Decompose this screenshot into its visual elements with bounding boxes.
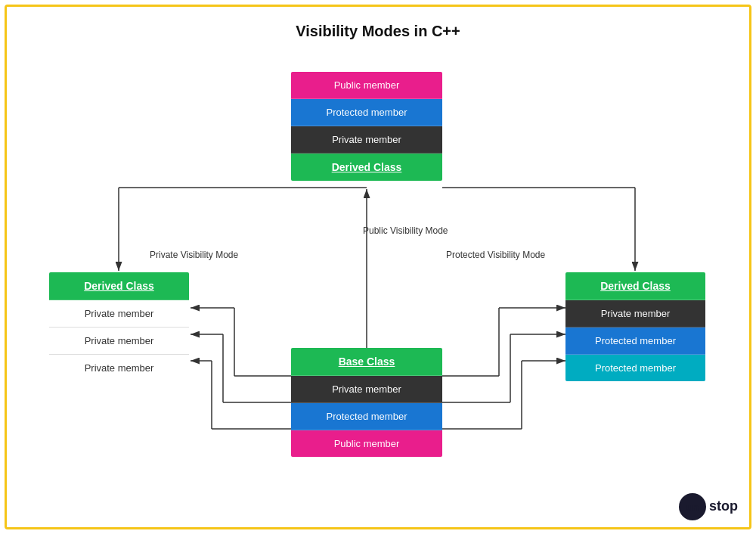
page-title: Visibility Modes in C++ <box>0 23 756 40</box>
top-derived-class: Public member Protected member Private m… <box>291 72 442 181</box>
top-public-member: Public member <box>291 72 442 99</box>
left-private-member-3: Private member <box>49 355 189 381</box>
base-class-label: Base Class <box>291 348 442 376</box>
left-derived-class: Derived Class Private member Private mem… <box>49 272 189 381</box>
top-private-member: Private member <box>291 126 442 154</box>
top-derived-label: Derived Class <box>291 154 442 181</box>
left-private-member-1: Private member <box>49 300 189 328</box>
right-protected-member-1: Protected member <box>565 328 705 355</box>
left-private-member-2: Private member <box>49 328 189 355</box>
base-class: Base Class Private member Protected memb… <box>291 348 442 457</box>
top-protected-member: Protected member <box>291 99 442 126</box>
base-private-member: Private member <box>291 376 442 403</box>
public-mode-label: Public Visibility Mode <box>363 225 448 236</box>
left-derived-label: Derived Class <box>49 272 189 300</box>
right-derived-class: Derived Class Private member Protected m… <box>565 272 705 381</box>
base-public-member: Public member <box>291 430 442 457</box>
right-private-member: Private member <box>565 300 705 328</box>
logo-circle: un <box>679 493 706 520</box>
right-protected-member-2: Protected member <box>565 355 705 381</box>
logo-text: stop <box>709 498 738 514</box>
protected-mode-label: Protected Visibility Mode <box>446 250 545 260</box>
right-derived-label: Derived Class <box>565 272 705 300</box>
base-protected-member: Protected member <box>291 403 442 430</box>
unstop-logo: unstop <box>679 493 738 520</box>
private-mode-label: Private Visibility Mode <box>150 250 238 260</box>
